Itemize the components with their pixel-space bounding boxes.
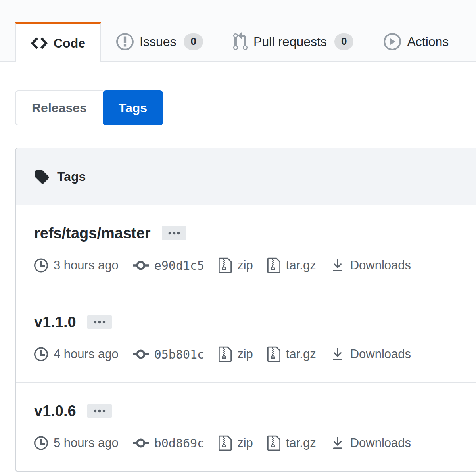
file-zip-icon	[267, 345, 280, 363]
targz-label: tar.gz	[286, 258, 316, 273]
tab-issues[interactable]: Issues 0	[101, 22, 218, 61]
clock-icon	[34, 346, 48, 362]
commit-hash: 05b801c	[154, 347, 204, 361]
tag-name-link[interactable]: v1.1.0	[34, 313, 76, 332]
tab-actions-label: Actions	[407, 35, 449, 49]
tag-age-text: 3 hours ago	[54, 258, 119, 273]
subnav-item-releases[interactable]: Releases	[15, 90, 103, 125]
clock-icon	[34, 257, 48, 273]
kebab-horizontal-icon	[168, 232, 180, 235]
pull-requests-counter: 0	[334, 33, 353, 50]
git-commit-icon	[133, 434, 149, 452]
tab-code[interactable]: Code	[15, 22, 101, 62]
targz-download-link[interactable]: tar.gz	[267, 345, 316, 363]
git-commit-icon	[133, 256, 149, 274]
tag-message-toggle-button[interactable]	[162, 226, 186, 240]
git-commit-icon	[133, 345, 149, 363]
targz-download-link[interactable]: tar.gz	[267, 257, 316, 274]
tag-list: refs/tags/master 3 hours ago e90d1c5 zip	[16, 205, 476, 471]
zip-label: zip	[237, 347, 253, 361]
commit-link[interactable]: 05b801c	[133, 345, 204, 363]
tag-name-line: refs/tags/master	[34, 224, 472, 243]
tab-pull-requests-label: Pull requests	[253, 35, 327, 49]
file-zip-icon	[267, 434, 280, 452]
issues-counter: 0	[184, 33, 203, 50]
tag-meta-line: 4 hours ago 05b801c zip tar.gz Downloads	[34, 345, 472, 363]
tags-box: Tags refs/tags/master 3 hours ago e90d1c…	[15, 148, 476, 472]
tag-age-text: 5 hours ago	[54, 436, 119, 450]
clock-icon	[34, 435, 48, 451]
file-zip-icon	[219, 257, 232, 274]
tag-age-text: 4 hours ago	[54, 347, 119, 361]
file-zip-icon	[219, 345, 232, 363]
zip-download-link[interactable]: zip	[219, 345, 253, 363]
tag-name-link[interactable]: v1.0.6	[34, 401, 76, 420]
commit-hash: e90d1c5	[154, 259, 204, 273]
download-icon	[330, 258, 345, 273]
tag-row: v1.0.6 5 hours ago b0d869c zip	[16, 382, 476, 471]
download-icon	[330, 347, 345, 361]
downloads-label: Downloads	[350, 347, 411, 361]
tag-icon	[34, 169, 49, 184]
downloads-link[interactable]: Downloads	[330, 258, 411, 273]
zip-label: zip	[237, 436, 253, 450]
tab-pull-requests[interactable]: Pull requests 0	[218, 22, 369, 61]
targz-label: tar.gz	[286, 436, 316, 450]
tags-box-title: Tags	[57, 169, 86, 184]
subnav-item-tags[interactable]: Tags	[103, 90, 163, 125]
targz-label: tar.gz	[286, 347, 316, 361]
commit-link[interactable]: e90d1c5	[133, 256, 204, 274]
tag-name-line: v1.1.0	[34, 313, 472, 332]
repo-tabnav: Code Issues 0 Pull requests 0 Actions	[0, 0, 476, 62]
tab-issues-label: Issues	[140, 35, 176, 49]
releases-label: Releases	[32, 101, 87, 115]
tags-box-header: Tags	[16, 148, 476, 205]
tag-age: 4 hours ago	[34, 346, 119, 362]
releases-tags-subnav: Releases Tags	[15, 90, 476, 125]
tab-actions[interactable]: Actions	[369, 22, 464, 61]
tag-name-line: v1.0.6	[34, 401, 472, 420]
zip-label: zip	[237, 258, 253, 273]
tag-age: 3 hours ago	[34, 257, 119, 273]
targz-download-link[interactable]: tar.gz	[267, 434, 316, 452]
tag-row: v1.1.0 4 hours ago 05b801c zip	[16, 294, 476, 382]
downloads-link[interactable]: Downloads	[330, 347, 411, 361]
play-circle-icon	[384, 33, 401, 50]
git-pull-request-icon	[233, 32, 248, 51]
tag-row: refs/tags/master 3 hours ago e90d1c5 zip	[16, 205, 476, 294]
download-icon	[330, 436, 345, 450]
code-icon	[31, 34, 48, 53]
kebab-horizontal-icon	[94, 321, 106, 324]
commit-link[interactable]: b0d869c	[133, 434, 204, 452]
zip-download-link[interactable]: zip	[219, 257, 253, 274]
issue-opened-icon	[116, 32, 134, 52]
tags-label: Tags	[119, 101, 147, 115]
kebab-horizontal-icon	[94, 409, 106, 413]
zip-download-link[interactable]: zip	[219, 434, 253, 452]
file-zip-icon	[219, 434, 232, 452]
downloads-label: Downloads	[350, 436, 411, 450]
tab-code-label: Code	[54, 36, 85, 51]
tag-message-toggle-button[interactable]	[87, 315, 112, 329]
tag-age: 5 hours ago	[34, 435, 119, 451]
file-zip-icon	[267, 257, 280, 274]
tag-name-link[interactable]: refs/tags/master	[34, 224, 151, 243]
tag-message-toggle-button[interactable]	[87, 404, 112, 418]
downloads-label: Downloads	[350, 258, 411, 273]
downloads-link[interactable]: Downloads	[330, 436, 411, 450]
tag-meta-line: 5 hours ago b0d869c zip tar.gz Downloads	[34, 434, 472, 452]
commit-hash: b0d869c	[154, 436, 204, 450]
tag-meta-line: 3 hours ago e90d1c5 zip tar.gz Downloads	[34, 256, 472, 274]
